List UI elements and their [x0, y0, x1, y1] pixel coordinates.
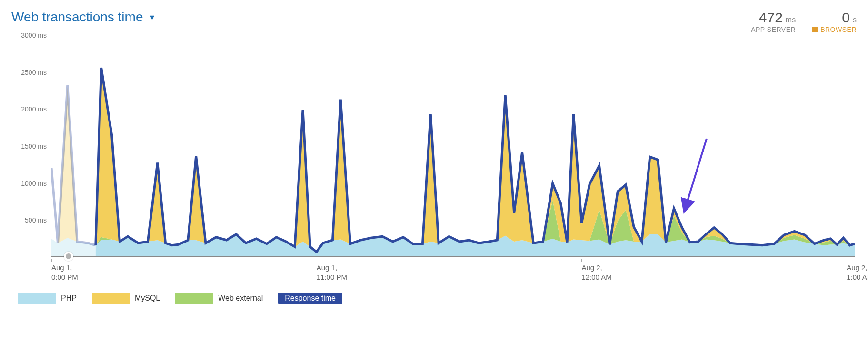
summary-metrics: 472 ms APP SERVER 0 s BROWSER — [751, 10, 857, 33]
x-axis-labels: Aug 1,0:00 PMAug 1,11:00 PMAug 2,12:00 A… — [51, 262, 855, 288]
x-tick-label: Aug 1,0:00 PM — [51, 263, 128, 282]
x-tick-label: Aug 1,11:00 PM — [317, 263, 393, 282]
chart-svg — [51, 35, 855, 256]
chart-title: Web transactions time — [11, 10, 143, 25]
chevron-down-icon: ▾ — [150, 12, 154, 22]
metric-browser-unit: s — [853, 16, 857, 24]
metric-app-server: 472 ms APP SERVER — [751, 10, 796, 33]
y-tick-label: 3000 ms — [21, 31, 47, 39]
metric-app-server-label: APP SERVER — [751, 26, 796, 33]
y-tick-label: 2000 ms — [21, 105, 47, 113]
x-tick-label: Aug 2,1:00 AM — [847, 263, 868, 282]
time-scrubber-handle[interactable] — [64, 252, 73, 261]
y-tick-label: 2500 ms — [21, 69, 47, 76]
legend-label-web-external: Web external — [213, 294, 268, 303]
legend-swatch-php — [18, 293, 56, 304]
metric-browser-value: 0 — [842, 10, 850, 26]
x-tick-label: Aug 2,12:00 AM — [581, 263, 658, 282]
y-tick-label: 1000 ms — [21, 180, 47, 187]
legend-item-mysql[interactable]: MySQL — [92, 293, 165, 304]
legend-item-php[interactable]: PHP — [18, 293, 81, 304]
legend-label-response-time: Response time — [278, 293, 342, 304]
metric-app-server-value: 472 — [759, 10, 783, 26]
legend: PHP MySQL Web external Response time — [18, 293, 857, 304]
legend-swatch-mysql — [92, 293, 130, 304]
legend-item-web-external[interactable]: Web external — [175, 293, 268, 304]
chart[interactable]: 500 ms1000 ms1500 ms2000 ms2500 ms3000 m… — [11, 35, 857, 288]
metric-browser-label: BROWSER — [820, 26, 857, 33]
metric-app-server-unit: ms — [786, 16, 796, 24]
legend-swatch-web-external — [175, 293, 213, 304]
legend-label-mysql: MySQL — [130, 294, 165, 303]
plot-area[interactable] — [51, 35, 855, 257]
y-axis-labels: 500 ms1000 ms1500 ms2000 ms2500 ms3000 m… — [11, 35, 49, 257]
y-tick-label: 500 ms — [25, 216, 47, 224]
y-tick-label: 1500 ms — [21, 142, 47, 150]
legend-item-response-time[interactable]: Response time — [278, 293, 342, 304]
metric-browser: 0 s BROWSER — [812, 10, 857, 33]
legend-label-php: PHP — [56, 294, 81, 303]
browser-swatch-icon — [812, 27, 818, 32]
chart-title-dropdown[interactable]: Web transactions time ▾ — [11, 10, 154, 25]
